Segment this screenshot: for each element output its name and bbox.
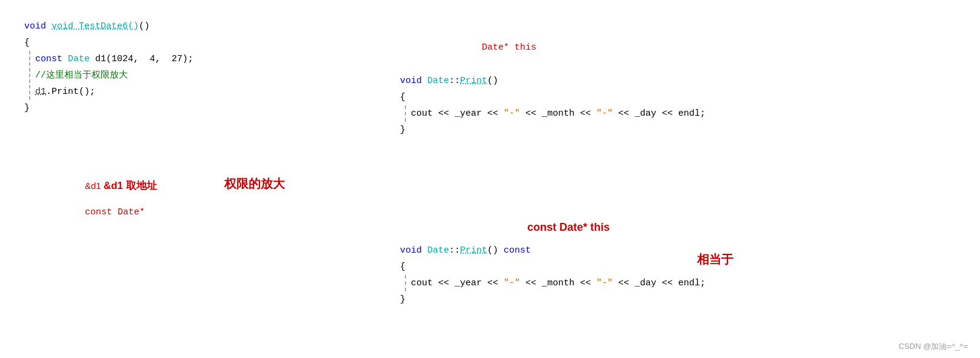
code-line-2: { — [24, 35, 193, 51]
code-right-top-line1: void Date::Print() — [400, 73, 705, 89]
code-right-top-line4: } — [400, 122, 705, 138]
code-line-1: void void TestDate6()() — [24, 18, 193, 35]
code-right-top-body: cout << _year << "-" << _month << "-" <<… — [405, 105, 705, 122]
code-line-6: } — [24, 100, 193, 116]
annotation-qudi: &d1 &d1 取地址 — [85, 179, 157, 193]
code-line-4: //这里相当于权限放大 — [35, 67, 193, 84]
code-right-bottom-line1: void Date::Print() const — [400, 242, 705, 259]
code-right-bottom-line2: { — [400, 259, 705, 275]
code-left: void void TestDate6()() { const Date d1(… — [24, 18, 193, 116]
code-right-top-line3: cout << _year << "-" << _month << "-" <<… — [411, 105, 705, 122]
watermark: CSDN @加油=^_^= — [899, 341, 968, 352]
code-line-5: d1.Print(); — [35, 84, 193, 100]
code-right-top: void Date::Print() { cout << _year << "-… — [400, 73, 705, 138]
func-name: void TestDate6() — [52, 18, 139, 35]
annotation-date-this-top: Date* this — [482, 41, 536, 53]
code-line-3: const Date d1(1024, 4, 27); — [35, 51, 193, 67]
main-container: void void TestDate6()() { const Date d1(… — [0, 0, 980, 358]
code-right-bottom: void Date::Print() const { cout << _year… — [400, 242, 705, 308]
annotation-quanxian: 权限的放大 — [224, 176, 285, 192]
code-right-bottom-body: cout << _year << "-" << _month << "-" <<… — [405, 275, 705, 291]
annotation-const-date-this: const Date* this — [527, 221, 610, 234]
keyword-void: void — [24, 18, 52, 35]
code-block-body: const Date d1(1024, 4, 27); //这里相当于权限放大 … — [29, 51, 193, 100]
code-right-bottom-line3: cout << _year << "-" << _month << "-" <<… — [411, 275, 705, 291]
code-right-bottom-line4: } — [400, 291, 705, 308]
code-right-top-line2: { — [400, 89, 705, 105]
annotation-const-date-ptr: const Date* — [85, 206, 145, 217]
